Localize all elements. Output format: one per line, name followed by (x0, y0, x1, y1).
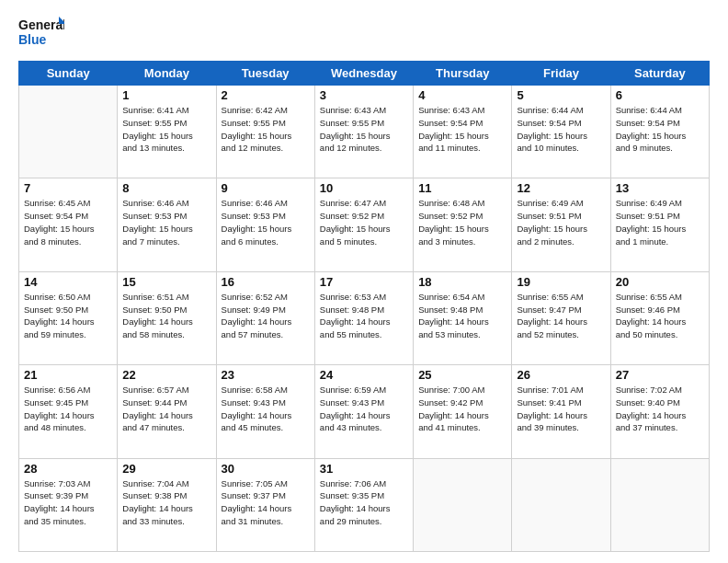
day-info: Sunrise: 6:43 AM Sunset: 9:54 PM Dayligh… (418, 104, 506, 155)
calendar-cell: 11Sunrise: 6:48 AM Sunset: 9:52 PM Dayli… (414, 178, 512, 271)
day-info: Sunrise: 6:53 AM Sunset: 9:48 PM Dayligh… (320, 291, 408, 341)
day-number: 22 (122, 368, 210, 382)
day-number: 14 (24, 275, 112, 289)
calendar-cell: 21Sunrise: 6:56 AM Sunset: 9:45 PM Dayli… (19, 365, 118, 458)
day-info: Sunrise: 6:58 AM Sunset: 9:43 PM Dayligh… (222, 384, 310, 434)
logo: General Blue (18, 15, 64, 52)
day-info: Sunrise: 7:04 AM Sunset: 9:38 PM Dayligh… (122, 477, 210, 528)
calendar-cell (414, 458, 512, 551)
calendar-cell: 29Sunrise: 7:04 AM Sunset: 9:38 PM Dayli… (118, 458, 216, 551)
calendar-week-row: 1Sunrise: 6:41 AM Sunset: 9:55 PM Daylig… (19, 86, 710, 178)
day-number: 23 (222, 368, 310, 382)
calendar-cell: 31Sunrise: 7:06 AM Sunset: 9:35 PM Dayli… (314, 458, 413, 551)
calendar-cell: 8Sunrise: 6:46 AM Sunset: 9:53 PM Daylig… (118, 178, 216, 271)
calendar-cell: 10Sunrise: 6:47 AM Sunset: 9:52 PM Dayli… (314, 178, 413, 271)
day-info: Sunrise: 6:50 AM Sunset: 9:50 PM Dayligh… (24, 291, 112, 341)
logo-icon: General Blue (18, 15, 64, 52)
day-info: Sunrise: 6:51 AM Sunset: 9:50 PM Dayligh… (122, 291, 210, 341)
day-info: Sunrise: 6:52 AM Sunset: 9:49 PM Dayligh… (222, 291, 310, 341)
svg-text:General: General (18, 17, 64, 32)
calendar-day-header: Friday (512, 62, 610, 86)
day-info: Sunrise: 6:46 AM Sunset: 9:53 PM Dayligh… (222, 197, 310, 247)
day-number: 31 (320, 462, 408, 476)
calendar-cell (19, 86, 118, 178)
calendar-cell: 15Sunrise: 6:51 AM Sunset: 9:50 PM Dayli… (118, 271, 216, 364)
calendar-cell: 18Sunrise: 6:54 AM Sunset: 9:48 PM Dayli… (414, 271, 512, 364)
calendar-cell: 30Sunrise: 7:05 AM Sunset: 9:37 PM Dayli… (216, 458, 314, 551)
page: General Blue SundayMondayTuesdayWednesda… (0, 0, 728, 563)
day-info: Sunrise: 6:59 AM Sunset: 9:43 PM Dayligh… (320, 384, 408, 434)
calendar-cell: 2Sunrise: 6:42 AM Sunset: 9:55 PM Daylig… (216, 86, 314, 178)
header: General Blue (18, 15, 710, 52)
day-number: 12 (517, 181, 605, 195)
day-number: 15 (122, 275, 210, 289)
calendar-table: SundayMondayTuesdayWednesdayThursdayFrid… (18, 61, 710, 552)
calendar-day-header: Wednesday (314, 62, 413, 86)
calendar-cell: 9Sunrise: 6:46 AM Sunset: 9:53 PM Daylig… (216, 178, 314, 271)
day-number: 5 (517, 88, 605, 102)
day-info: Sunrise: 7:02 AM Sunset: 9:40 PM Dayligh… (616, 384, 704, 434)
calendar-cell: 25Sunrise: 7:00 AM Sunset: 9:42 PM Dayli… (414, 365, 512, 458)
calendar-cell: 26Sunrise: 7:01 AM Sunset: 9:41 PM Dayli… (512, 365, 610, 458)
calendar-day-header: Monday (118, 62, 216, 86)
day-info: Sunrise: 7:06 AM Sunset: 9:35 PM Dayligh… (320, 477, 408, 528)
day-number: 28 (24, 462, 112, 476)
day-info: Sunrise: 6:55 AM Sunset: 9:47 PM Dayligh… (517, 291, 605, 341)
calendar-cell (512, 458, 610, 551)
day-number: 3 (320, 88, 408, 102)
calendar-header-row: SundayMondayTuesdayWednesdayThursdayFrid… (19, 62, 710, 86)
day-number: 20 (616, 275, 704, 289)
calendar-day-header: Saturday (610, 62, 709, 86)
day-info: Sunrise: 6:42 AM Sunset: 9:55 PM Dayligh… (222, 104, 310, 155)
svg-text:Blue: Blue (18, 32, 47, 47)
day-info: Sunrise: 7:01 AM Sunset: 9:41 PM Dayligh… (517, 384, 605, 434)
calendar-cell: 4Sunrise: 6:43 AM Sunset: 9:54 PM Daylig… (414, 86, 512, 178)
calendar-cell: 28Sunrise: 7:03 AM Sunset: 9:39 PM Dayli… (19, 458, 118, 551)
day-number: 10 (320, 181, 408, 195)
day-number: 26 (517, 368, 605, 382)
day-info: Sunrise: 6:49 AM Sunset: 9:51 PM Dayligh… (616, 197, 704, 247)
day-number: 8 (122, 181, 210, 195)
calendar-cell: 16Sunrise: 6:52 AM Sunset: 9:49 PM Dayli… (216, 271, 314, 364)
calendar-cell: 12Sunrise: 6:49 AM Sunset: 9:51 PM Dayli… (512, 178, 610, 271)
day-info: Sunrise: 6:48 AM Sunset: 9:52 PM Dayligh… (418, 197, 506, 247)
day-number: 21 (24, 368, 112, 382)
day-number: 27 (616, 368, 704, 382)
day-number: 1 (122, 88, 210, 102)
day-info: Sunrise: 7:00 AM Sunset: 9:42 PM Dayligh… (418, 384, 506, 434)
day-info: Sunrise: 6:43 AM Sunset: 9:55 PM Dayligh… (320, 104, 408, 155)
calendar-cell (610, 458, 709, 551)
calendar-week-row: 21Sunrise: 6:56 AM Sunset: 9:45 PM Dayli… (19, 365, 710, 458)
day-number: 25 (418, 368, 506, 382)
calendar-cell: 3Sunrise: 6:43 AM Sunset: 9:55 PM Daylig… (314, 86, 413, 178)
day-info: Sunrise: 6:54 AM Sunset: 9:48 PM Dayligh… (418, 291, 506, 341)
calendar-cell: 17Sunrise: 6:53 AM Sunset: 9:48 PM Dayli… (314, 271, 413, 364)
calendar-day-header: Thursday (414, 62, 512, 86)
day-info: Sunrise: 6:47 AM Sunset: 9:52 PM Dayligh… (320, 197, 408, 247)
day-info: Sunrise: 6:55 AM Sunset: 9:46 PM Dayligh… (616, 291, 704, 341)
calendar-day-header: Sunday (19, 62, 118, 86)
day-info: Sunrise: 6:44 AM Sunset: 9:54 PM Dayligh… (616, 104, 704, 155)
day-number: 9 (222, 181, 310, 195)
calendar-cell: 13Sunrise: 6:49 AM Sunset: 9:51 PM Dayli… (610, 178, 709, 271)
day-number: 2 (222, 88, 310, 102)
calendar-week-row: 14Sunrise: 6:50 AM Sunset: 9:50 PM Dayli… (19, 271, 710, 364)
calendar-cell: 22Sunrise: 6:57 AM Sunset: 9:44 PM Dayli… (118, 365, 216, 458)
day-number: 7 (24, 181, 112, 195)
calendar-cell: 19Sunrise: 6:55 AM Sunset: 9:47 PM Dayli… (512, 271, 610, 364)
calendar-day-header: Tuesday (216, 62, 314, 86)
calendar-cell: 1Sunrise: 6:41 AM Sunset: 9:55 PM Daylig… (118, 86, 216, 178)
day-info: Sunrise: 6:41 AM Sunset: 9:55 PM Dayligh… (122, 104, 210, 155)
calendar-cell: 20Sunrise: 6:55 AM Sunset: 9:46 PM Dayli… (610, 271, 709, 364)
day-number: 4 (418, 88, 506, 102)
day-number: 19 (517, 275, 605, 289)
day-number: 24 (320, 368, 408, 382)
day-info: Sunrise: 7:03 AM Sunset: 9:39 PM Dayligh… (24, 477, 112, 528)
day-number: 17 (320, 275, 408, 289)
day-info: Sunrise: 6:45 AM Sunset: 9:54 PM Dayligh… (24, 197, 112, 247)
day-number: 18 (418, 275, 506, 289)
day-number: 29 (122, 462, 210, 476)
calendar-cell: 5Sunrise: 6:44 AM Sunset: 9:54 PM Daylig… (512, 86, 610, 178)
day-number: 11 (418, 181, 506, 195)
calendar-cell: 7Sunrise: 6:45 AM Sunset: 9:54 PM Daylig… (19, 178, 118, 271)
